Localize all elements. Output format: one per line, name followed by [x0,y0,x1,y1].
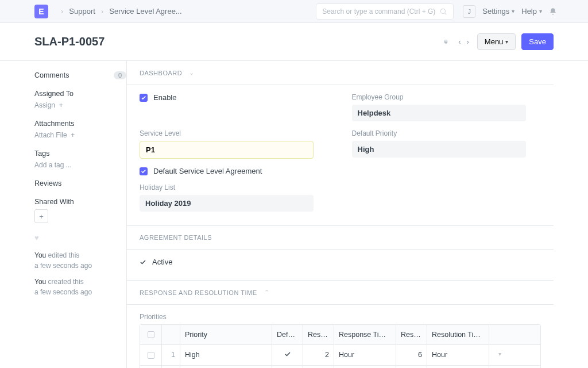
table-header-row: Priority Defaul... Respo... Response Tim… [140,325,540,345]
checkbox-checked-icon [140,167,148,175]
checkbox-checked-icon [140,94,148,102]
caret-down-icon: ▾ [505,39,508,45]
assigned-to-heading: Assigned To [34,90,126,98]
breadcrumb-support[interactable]: Support [69,7,95,16]
next-doc-icon[interactable]: › [464,35,471,48]
breadcrumb-sla[interactable]: Service Level Agree... [109,7,181,16]
chevron-right-icon: › [101,7,103,16]
default-sla-checkbox-row[interactable]: Default Service Level Agreement [140,167,329,175]
search-input[interactable] [322,7,439,16]
cell-response[interactable]: 2 [303,345,334,365]
chevron-right-icon: › [61,7,63,16]
default-sla-label: Default Service Level Agreement [153,167,262,175]
default-priority-field[interactable]: High [352,141,526,158]
menu-label: Menu [485,37,504,46]
activity-what: created this [48,278,84,286]
th-default[interactable]: Defaul... [272,325,303,344]
print-icon[interactable] [442,37,450,46]
global-search[interactable] [316,3,454,20]
activity-when: a few seconds ago [34,262,92,270]
activity-item: You edited this a few seconds ago [34,250,126,271]
menu-button[interactable]: Menu▾ [477,33,516,50]
settings-menu[interactable]: Settings▾ [482,7,514,16]
enable-checkbox-row[interactable]: Enable [140,93,329,102]
caret-down-icon: ▾ [539,8,542,14]
attach-action[interactable]: Attach File + [34,131,126,139]
cell-response[interactable]: 4 [303,366,334,368]
th-response-period[interactable]: Response Time Pe... [334,325,396,344]
header-actions: ‹ › Menu▾ Save [442,33,554,50]
page-header: SLA-P1-0057 ‹ › Menu▾ Save [0,23,588,61]
page-body: Comments 0 Assigned To Assign + Attachme… [0,61,588,368]
rrt-body: Priorities Priority Defaul... Respo... R… [127,305,554,368]
table-row[interactable]: 1 High 2 Hour 6 Hour ▾ [140,345,540,366]
row-menu-icon[interactable]: ▾ [489,366,510,368]
section-rrt-header[interactable]: RESPONSE AND RESOLUTION TIME ⌃ [127,281,554,305]
cell-resolution[interactable]: 8 [396,366,427,368]
holiday-list-field[interactable]: Holiday 2019 [140,195,314,212]
cell-default[interactable] [272,345,303,365]
select-all-checkbox[interactable] [148,331,154,338]
employee-group-field[interactable]: Helpdesk [352,105,526,121]
default-priority-label: Default Priority [352,129,541,137]
save-button[interactable]: Save [521,33,554,50]
th-resolution-period[interactable]: Resolution Time P... [427,325,489,344]
nav-arrows: ‹ › [456,35,471,48]
th-response[interactable]: Respo... [303,325,334,344]
table-row[interactable]: 2 Medium 4 Hour 8 Hour ▾ [140,366,540,368]
chevron-up-icon: ⌃ [264,289,270,296]
avatar[interactable]: J [463,5,475,18]
section-rrt-title: RESPONSE AND RESOLUTION TIME [140,289,257,296]
add-tag-action[interactable]: Add a tag ... [34,161,126,169]
agreement-details-body: Active [127,250,554,281]
employee-group-label: Employee Group [352,93,541,101]
service-level-input[interactable] [140,141,314,159]
cell-priority[interactable]: High [180,345,272,365]
check-icon [140,259,146,266]
cell-resolution-period[interactable]: Hour [427,345,489,365]
attachments-heading: Attachments [34,120,126,128]
active-label: Active [152,258,172,266]
dashboard-form: Enable Employee Group Helpdesk Service L… [127,85,554,226]
cell-priority[interactable]: Medium [180,366,272,368]
cell-resolution-period[interactable]: Hour [427,366,489,368]
th-priority[interactable]: Priority [180,325,272,344]
section-dashboard-header[interactable]: DASHBOARD ⌄ [127,61,554,85]
section-dashboard-title: DASHBOARD [140,70,182,76]
comments-count: 0 [114,71,126,79]
section-agreement-title: AGREEMENT DETAILS [140,234,212,241]
sidebar: Comments 0 Assigned To Assign + Attachme… [34,61,126,368]
assign-label: Assign [34,101,55,109]
row-menu-icon[interactable]: ▾ [489,345,510,365]
chevron-down-icon: ⌄ [189,69,195,76]
app-logo[interactable]: E [34,5,48,18]
row-checkbox[interactable] [148,352,154,359]
check-icon [284,351,291,358]
main-content: DASHBOARD ⌄ Enable Employee Group Helpde… [126,61,554,368]
th-resolution[interactable]: Resolu... [396,325,427,344]
shared-with-heading: Shared With [34,198,126,206]
bell-icon[interactable] [549,7,557,16]
cell-default[interactable] [272,366,303,368]
row-index: 2 [162,366,180,368]
help-label: Help [521,7,537,16]
tags-heading: Tags [34,150,126,158]
cell-response-period[interactable]: Hour [334,366,396,368]
cell-resolution[interactable]: 6 [396,345,427,365]
attach-label: Attach File [34,131,67,139]
svg-point-0 [441,9,446,13]
activity-who: You [34,251,46,259]
active-checkbox-row[interactable]: Active [140,258,541,266]
activity-what: edited this [48,251,80,259]
priorities-label: Priorities [140,313,541,321]
comments-heading[interactable]: Comments 0 [34,71,126,79]
help-menu[interactable]: Help▾ [521,7,542,16]
section-agreement-header[interactable]: AGREEMENT DETAILS [127,226,554,250]
activity-item: You created this a few seconds ago [34,277,126,297]
add-share-button[interactable]: + [34,209,48,223]
breadcrumb: › Support › Service Level Agree... [55,7,182,16]
cell-response-period[interactable]: Hour [334,345,396,365]
heart-icon[interactable]: ♥ [34,233,126,242]
prev-doc-icon[interactable]: ‹ [456,35,463,48]
assign-action[interactable]: Assign + [34,101,126,109]
